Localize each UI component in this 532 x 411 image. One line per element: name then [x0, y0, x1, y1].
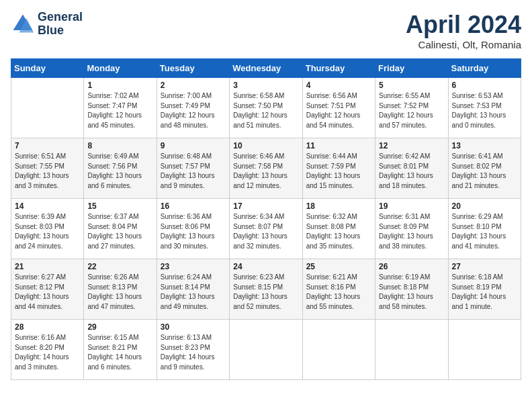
cell-info: Sunrise: 6:19 AMSunset: 8:18 PMDaylight:… — [379, 273, 444, 312]
cell-info: Sunrise: 6:27 AMSunset: 8:12 PMDaylight:… — [15, 273, 80, 312]
day-number: 11 — [306, 141, 371, 150]
calendar-cell: 12Sunrise: 6:42 AMSunset: 8:01 PMDayligh… — [375, 138, 448, 199]
page-header: General Blue April 2024 Calinesti, Olt, … — [11, 11, 521, 50]
day-number: 22 — [87, 262, 152, 271]
day-number: 12 — [379, 141, 444, 150]
calendar-cell — [11, 78, 84, 138]
day-number: 17 — [233, 201, 298, 211]
calendar-cell: 16Sunrise: 6:36 AMSunset: 8:06 PMDayligh… — [157, 199, 229, 259]
col-header-monday: Monday — [84, 59, 157, 78]
logo-text: General Blue — [38, 11, 83, 38]
calendar-cell: 2Sunrise: 7:00 AMSunset: 7:49 PMDaylight… — [157, 78, 229, 138]
cell-info: Sunrise: 6:24 AMSunset: 8:14 PMDaylight:… — [161, 273, 226, 312]
cell-info: Sunrise: 6:21 AMSunset: 8:16 PMDaylight:… — [306, 273, 371, 312]
day-number: 3 — [233, 81, 298, 90]
calendar-cell: 1Sunrise: 7:02 AMSunset: 7:47 PMDaylight… — [84, 78, 157, 138]
cell-info: Sunrise: 6:42 AMSunset: 8:01 PMDaylight:… — [379, 152, 444, 191]
calendar-cell: 11Sunrise: 6:44 AMSunset: 7:59 PMDayligh… — [302, 138, 375, 199]
calendar-cell — [375, 320, 448, 380]
cell-info: Sunrise: 6:31 AMSunset: 8:09 PMDaylight:… — [379, 212, 444, 251]
col-header-friday: Friday — [375, 59, 448, 78]
week-row-1: 1Sunrise: 7:02 AMSunset: 7:47 PMDaylight… — [11, 78, 521, 138]
day-number: 2 — [161, 81, 226, 90]
day-number: 27 — [452, 262, 517, 271]
week-row-2: 7Sunrise: 6:51 AMSunset: 7:55 PMDaylight… — [11, 138, 521, 199]
calendar-cell: 27Sunrise: 6:18 AMSunset: 8:19 PMDayligh… — [448, 259, 521, 320]
day-number: 19 — [379, 201, 444, 211]
calendar-cell: 7Sunrise: 6:51 AMSunset: 7:55 PMDaylight… — [11, 138, 84, 199]
calendar-cell: 4Sunrise: 6:56 AMSunset: 7:51 PMDaylight… — [302, 78, 375, 138]
calendar-cell — [230, 320, 302, 380]
calendar-cell: 30Sunrise: 6:13 AMSunset: 8:23 PMDayligh… — [157, 320, 229, 380]
day-number: 24 — [233, 262, 298, 271]
calendar-cell: 13Sunrise: 6:41 AMSunset: 8:02 PMDayligh… — [448, 138, 521, 199]
calendar-cell: 26Sunrise: 6:19 AMSunset: 8:18 PMDayligh… — [375, 259, 448, 320]
cell-info: Sunrise: 6:44 AMSunset: 7:59 PMDaylight:… — [306, 152, 371, 191]
logo: General Blue — [11, 11, 83, 38]
calendar-cell: 3Sunrise: 6:58 AMSunset: 7:50 PMDaylight… — [230, 78, 302, 138]
cell-info: Sunrise: 6:16 AMSunset: 8:20 PMDaylight:… — [15, 333, 80, 372]
cell-info: Sunrise: 6:51 AMSunset: 7:55 PMDaylight:… — [15, 152, 80, 191]
day-number: 15 — [87, 201, 152, 211]
col-header-saturday: Saturday — [448, 59, 521, 78]
calendar-cell: 25Sunrise: 6:21 AMSunset: 8:16 PMDayligh… — [302, 259, 375, 320]
day-number: 26 — [379, 262, 444, 271]
day-number: 5 — [379, 81, 444, 90]
col-header-tuesday: Tuesday — [157, 59, 229, 78]
day-number: 8 — [87, 141, 152, 150]
cell-info: Sunrise: 6:56 AMSunset: 7:51 PMDaylight:… — [306, 91, 371, 130]
day-number: 10 — [233, 141, 298, 150]
calendar-cell: 17Sunrise: 6:34 AMSunset: 8:07 PMDayligh… — [230, 199, 302, 259]
calendar-table: SundayMondayTuesdayWednesdayThursdayFrid… — [11, 58, 521, 380]
cell-info: Sunrise: 6:39 AMSunset: 8:03 PMDaylight:… — [15, 212, 80, 251]
day-number: 23 — [161, 262, 226, 271]
day-number: 6 — [452, 81, 517, 90]
calendar-cell: 28Sunrise: 6:16 AMSunset: 8:20 PMDayligh… — [11, 320, 84, 380]
day-number: 21 — [15, 262, 80, 271]
day-number: 30 — [161, 322, 226, 332]
title-block: April 2024 Calinesti, Olt, Romania — [406, 11, 521, 50]
day-number: 20 — [452, 201, 517, 211]
cell-info: Sunrise: 6:36 AMSunset: 8:06 PMDaylight:… — [161, 212, 226, 251]
calendar-cell: 10Sunrise: 6:46 AMSunset: 7:58 PMDayligh… — [230, 138, 302, 199]
col-header-wednesday: Wednesday — [230, 59, 302, 78]
day-number: 16 — [161, 201, 226, 211]
cell-info: Sunrise: 6:58 AMSunset: 7:50 PMDaylight:… — [233, 91, 298, 130]
calendar-cell: 22Sunrise: 6:26 AMSunset: 8:13 PMDayligh… — [84, 259, 157, 320]
cell-info: Sunrise: 6:32 AMSunset: 8:08 PMDaylight:… — [306, 212, 371, 251]
calendar-cell: 20Sunrise: 6:29 AMSunset: 8:10 PMDayligh… — [448, 199, 521, 259]
cell-info: Sunrise: 6:37 AMSunset: 8:04 PMDaylight:… — [87, 212, 152, 251]
cell-info: Sunrise: 6:34 AMSunset: 8:07 PMDaylight:… — [233, 212, 298, 251]
cell-info: Sunrise: 6:23 AMSunset: 8:15 PMDaylight:… — [233, 273, 298, 312]
calendar-cell: 24Sunrise: 6:23 AMSunset: 8:15 PMDayligh… — [230, 259, 302, 320]
cell-info: Sunrise: 6:26 AMSunset: 8:13 PMDaylight:… — [87, 273, 152, 312]
cell-info: Sunrise: 6:53 AMSunset: 7:53 PMDaylight:… — [452, 91, 517, 130]
calendar-cell: 18Sunrise: 6:32 AMSunset: 8:08 PMDayligh… — [302, 199, 375, 259]
cell-info: Sunrise: 6:29 AMSunset: 8:10 PMDaylight:… — [452, 212, 517, 251]
cell-info: Sunrise: 6:55 AMSunset: 7:52 PMDaylight:… — [379, 91, 444, 130]
calendar-cell — [302, 320, 375, 380]
calendar-cell: 6Sunrise: 6:53 AMSunset: 7:53 PMDaylight… — [448, 78, 521, 138]
col-header-sunday: Sunday — [11, 59, 84, 78]
week-row-3: 14Sunrise: 6:39 AMSunset: 8:03 PMDayligh… — [11, 199, 521, 259]
cell-info: Sunrise: 6:18 AMSunset: 8:19 PMDaylight:… — [452, 273, 517, 312]
day-number: 7 — [15, 141, 80, 150]
month-title: April 2024 — [406, 11, 521, 39]
calendar-cell: 15Sunrise: 6:37 AMSunset: 8:04 PMDayligh… — [84, 199, 157, 259]
cell-info: Sunrise: 6:49 AMSunset: 7:56 PMDaylight:… — [87, 152, 152, 191]
day-number: 1 — [87, 81, 152, 90]
calendar-cell: 8Sunrise: 6:49 AMSunset: 7:56 PMDaylight… — [84, 138, 157, 199]
day-number: 25 — [306, 262, 371, 271]
calendar-cell: 23Sunrise: 6:24 AMSunset: 8:14 PMDayligh… — [157, 259, 229, 320]
cell-info: Sunrise: 7:00 AMSunset: 7:49 PMDaylight:… — [161, 91, 226, 130]
calendar-cell: 29Sunrise: 6:15 AMSunset: 8:21 PMDayligh… — [84, 320, 157, 380]
calendar-cell: 9Sunrise: 6:48 AMSunset: 7:57 PMDaylight… — [157, 138, 229, 199]
calendar-cell: 14Sunrise: 6:39 AMSunset: 8:03 PMDayligh… — [11, 199, 84, 259]
calendar-cell: 5Sunrise: 6:55 AMSunset: 7:52 PMDaylight… — [375, 78, 448, 138]
day-number: 28 — [15, 322, 80, 332]
cell-info: Sunrise: 6:46 AMSunset: 7:58 PMDaylight:… — [233, 152, 298, 191]
col-header-thursday: Thursday — [302, 59, 375, 78]
logo-icon — [11, 12, 35, 36]
week-row-5: 28Sunrise: 6:16 AMSunset: 8:20 PMDayligh… — [11, 320, 521, 380]
calendar-cell: 21Sunrise: 6:27 AMSunset: 8:12 PMDayligh… — [11, 259, 84, 320]
